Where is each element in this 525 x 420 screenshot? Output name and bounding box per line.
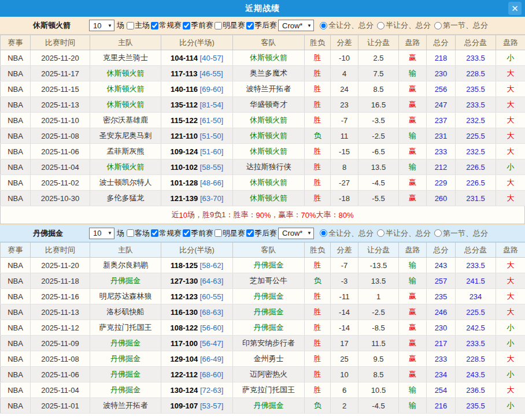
table-row: NBA2025-11-01波特兰开拓者109-107 [53-57]丹佛掘金负2… <box>1 398 525 414</box>
crow-select[interactable]: Crow*▼ <box>278 20 314 31</box>
half-score: [51-50] <box>200 132 223 140</box>
filter-checkbox-1[interactable]: 常规赛 <box>150 20 182 31</box>
column-header: 盘路 <box>496 35 525 50</box>
cell-date: 2025-11-16 <box>31 289 90 304</box>
checkbox-input[interactable] <box>246 229 254 237</box>
filter-checkbox-1[interactable]: 常规赛 <box>150 228 182 239</box>
cell-handicap-result: 赢 <box>399 144 427 159</box>
cell-away-team: 波特兰开拓者 <box>233 81 305 97</box>
close-button[interactable]: ✕ <box>508 2 522 15</box>
filter-checkbox-0[interactable]: 客场 <box>125 228 150 239</box>
filter-checkbox-0[interactable]: 主场 <box>125 20 150 31</box>
checkbox-input[interactable] <box>183 229 190 237</box>
cell-point-diff: 8 <box>331 159 358 175</box>
filter-checkbox-2[interactable]: 季前赛 <box>182 20 213 31</box>
cell-handicap-result: 赢 <box>399 50 427 66</box>
radio-input[interactable] <box>320 229 327 237</box>
checkbox-input[interactable] <box>151 229 158 237</box>
cell-over-under-result: 大 <box>496 81 525 97</box>
checkbox-input[interactable] <box>127 229 134 237</box>
table-row: NBA2025-10-30多伦多猛龙121-139 [63-70]休斯顿火箭胜-… <box>1 191 525 206</box>
close-icon: ✕ <box>511 3 519 14</box>
column-header: 客队 <box>233 243 305 258</box>
cell-total-points: 246 <box>427 304 456 320</box>
filter-checkbox-2[interactable]: 季前赛 <box>182 228 213 239</box>
checkbox-label: 常规赛 <box>159 20 182 31</box>
table-header-row: 赛事比赛时间主队比分(半场)客队胜负分差让分盘盘路总分总分盘盘路 <box>1 35 525 50</box>
cell-point-diff: 23 <box>331 97 358 113</box>
column-header: 盘路 <box>399 35 427 50</box>
cell-over-under-result: 大 <box>496 273 525 289</box>
radio-option-2[interactable]: 第一节、总分 <box>434 228 488 239</box>
cell-score: 115-122 [61-50] <box>161 113 233 128</box>
cell-point-diff: -3 <box>331 273 358 289</box>
checkbox-input[interactable] <box>215 22 222 29</box>
half-score: [58-62] <box>200 261 223 270</box>
radio-label: 半让分、总分 <box>386 228 431 239</box>
cell-date: 2025-11-18 <box>31 273 90 289</box>
cell-total-line: 228.5 <box>456 66 496 81</box>
cell-away-team: 丹佛掘金 <box>233 258 305 273</box>
filter-checkbox-3[interactable]: 明星赛 <box>213 228 245 239</box>
score-value: 110-102 <box>171 163 198 172</box>
radio-option-1[interactable]: 半让分、总分 <box>377 228 431 239</box>
cell-handicap-result: 赢 <box>399 289 427 304</box>
filter-checkbox-4[interactable]: 季后赛 <box>245 20 277 31</box>
cell-home-team: 丹佛掘金 <box>90 273 161 289</box>
radio-option-0[interactable]: 全让分、总分 <box>320 228 374 239</box>
half-score: [46-55] <box>199 69 223 78</box>
radio-input[interactable] <box>377 229 384 237</box>
filter-checkbox-3[interactable]: 明星赛 <box>213 20 245 31</box>
summary-text: 70% <box>301 211 316 220</box>
table-row: NBA2025-11-10密尔沃基雄鹿115-122 [61-50]休斯顿火箭胜… <box>1 113 525 128</box>
cell-over-under-result: 小 <box>496 159 525 175</box>
checkbox-input[interactable] <box>246 22 254 29</box>
checkbox-label: 客场 <box>135 228 150 239</box>
cell-handicap-result: 赢 <box>399 367 427 382</box>
modal-titlebar: 近期战绩 ✕ <box>0 0 525 17</box>
checkbox-input[interactable] <box>215 229 222 237</box>
cell-away-team: 丹佛掘金 <box>233 289 305 304</box>
score-value: 109-107 <box>171 402 198 410</box>
cell-total-points: 256 <box>427 81 456 97</box>
column-header: 分差 <box>331 243 358 258</box>
radio-input[interactable] <box>434 229 442 237</box>
cell-handicap-line: 7.5 <box>358 66 399 81</box>
column-header: 主队 <box>90 243 161 258</box>
table-row: NBA2025-11-06丹佛掘金122-112 [68-60]迈阿密热火胜10… <box>1 367 525 382</box>
radio-input[interactable] <box>434 22 442 29</box>
cell-over-under-result: 小 <box>496 50 525 66</box>
radio-input[interactable] <box>377 22 384 29</box>
cell-home-team: 休斯顿火箭 <box>90 66 161 81</box>
cell-result: 胜 <box>305 50 331 66</box>
cell-result: 胜 <box>305 191 331 206</box>
cell-point-diff: 4 <box>331 66 358 81</box>
results-table: 赛事比赛时间主队比分(半场)客队胜负分差让分盘盘路总分总分盘盘路NBA2025-… <box>0 242 525 414</box>
cell-result: 胜 <box>305 144 331 159</box>
cell-point-diff: -14 <box>331 320 358 336</box>
column-header: 总分 <box>427 35 456 50</box>
checkbox-input[interactable] <box>183 22 190 29</box>
score-value: 127-130 <box>171 277 198 285</box>
checkbox-input[interactable] <box>127 22 134 29</box>
checkbox-input[interactable] <box>151 22 158 29</box>
radio-input[interactable] <box>320 22 327 29</box>
games-count-select[interactable]: 10▼ <box>89 20 114 31</box>
cell-league: NBA <box>1 304 31 320</box>
cell-total-line: 233.5 <box>456 336 496 351</box>
games-count-select[interactable]: 10▼ <box>89 228 114 239</box>
cell-date: 2025-10-30 <box>31 191 90 206</box>
summary-text: 近 <box>171 210 179 220</box>
cell-away-team: 丹佛掘金 <box>233 398 305 414</box>
radio-option-2[interactable]: 第一节、总分 <box>434 20 488 31</box>
radio-option-0[interactable]: 全让分、总分 <box>320 20 374 31</box>
score-value: 130-124 <box>171 386 198 395</box>
checkbox-label: 明星赛 <box>223 20 245 31</box>
cell-handicap-line: 8.5 <box>358 81 399 97</box>
half-score: [64-63] <box>200 277 223 285</box>
radio-option-1[interactable]: 半让分、总分 <box>377 20 431 31</box>
cell-score: 112-123 [60-55] <box>161 289 233 304</box>
filter-checkbox-4[interactable]: 季后赛 <box>245 228 277 239</box>
crow-select[interactable]: Crow*▼ <box>278 228 314 239</box>
checkbox-label: 季后赛 <box>254 228 277 239</box>
